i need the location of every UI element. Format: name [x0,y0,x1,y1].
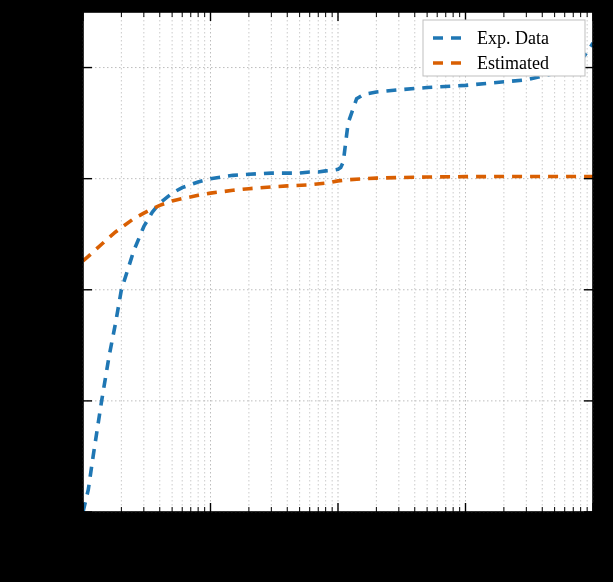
line-chart: 10¹10²10³10⁴10⁵−40−30−20−100Frequency [H… [0,0,613,582]
y-axis-label: Magnitude [dB] [6,198,29,326]
x-axis-label: Frequency [Hz] [275,544,401,567]
xtick-label: 10¹ [71,518,94,538]
xtick-label: 10⁴ [453,518,478,538]
xtick-label: 10⁵ [581,518,606,538]
xtick-label: 10² [199,518,222,538]
ytick-label: −10 [45,169,73,189]
chart-container: 10¹10²10³10⁴10⁵−40−30−20−100Frequency [H… [0,0,613,582]
legend-label-1: Estimated [477,53,549,73]
ytick-label: −20 [45,280,73,300]
ytick-label: −30 [45,391,73,411]
legend: Exp. DataEstimated [423,20,585,76]
ytick-label: 0 [64,58,73,78]
xtick-label: 10³ [326,518,350,538]
legend-label-0: Exp. Data [477,28,549,48]
ytick-label: −40 [45,502,73,522]
